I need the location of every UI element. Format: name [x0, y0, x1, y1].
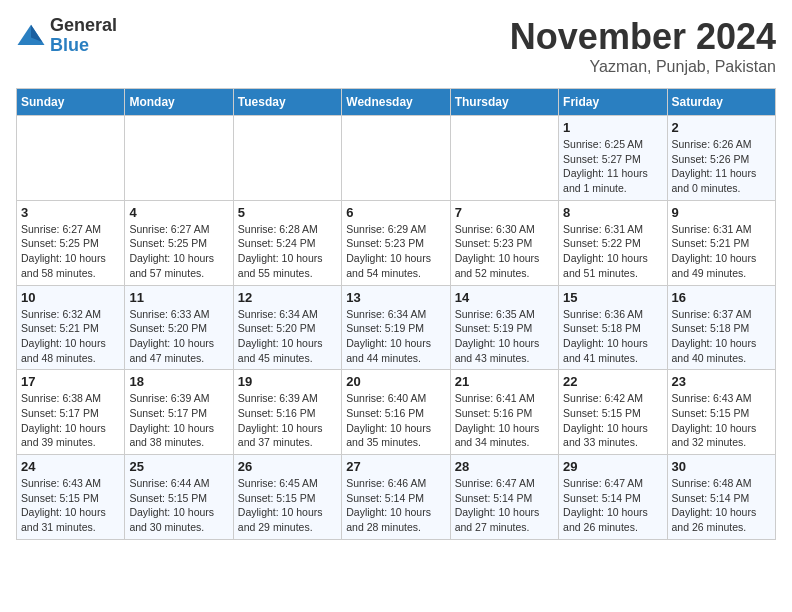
day-header-friday: Friday: [559, 89, 667, 116]
calendar-cell: 1Sunrise: 6:25 AM Sunset: 5:27 PM Daylig…: [559, 116, 667, 201]
day-number: 9: [672, 205, 771, 220]
day-number: 29: [563, 459, 662, 474]
calendar-cell: 30Sunrise: 6:48 AM Sunset: 5:14 PM Dayli…: [667, 455, 775, 540]
calendar-cell: 11Sunrise: 6:33 AM Sunset: 5:20 PM Dayli…: [125, 285, 233, 370]
calendar-cell: [450, 116, 558, 201]
day-number: 21: [455, 374, 554, 389]
day-number: 25: [129, 459, 228, 474]
day-info: Sunrise: 6:40 AM Sunset: 5:16 PM Dayligh…: [346, 391, 445, 450]
calendar-cell: [342, 116, 450, 201]
calendar-cell: [17, 116, 125, 201]
day-info: Sunrise: 6:26 AM Sunset: 5:26 PM Dayligh…: [672, 137, 771, 196]
calendar-cell: 29Sunrise: 6:47 AM Sunset: 5:14 PM Dayli…: [559, 455, 667, 540]
day-number: 10: [21, 290, 120, 305]
calendar-cell: 4Sunrise: 6:27 AM Sunset: 5:25 PM Daylig…: [125, 200, 233, 285]
day-number: 30: [672, 459, 771, 474]
day-info: Sunrise: 6:31 AM Sunset: 5:21 PM Dayligh…: [672, 222, 771, 281]
day-number: 19: [238, 374, 337, 389]
calendar-cell: [233, 116, 341, 201]
day-number: 5: [238, 205, 337, 220]
logo-icon: [16, 21, 46, 51]
day-number: 15: [563, 290, 662, 305]
calendar-cell: 17Sunrise: 6:38 AM Sunset: 5:17 PM Dayli…: [17, 370, 125, 455]
day-header-sunday: Sunday: [17, 89, 125, 116]
logo-general: General: [50, 16, 117, 36]
day-number: 24: [21, 459, 120, 474]
day-info: Sunrise: 6:27 AM Sunset: 5:25 PM Dayligh…: [129, 222, 228, 281]
day-number: 8: [563, 205, 662, 220]
day-info: Sunrise: 6:46 AM Sunset: 5:14 PM Dayligh…: [346, 476, 445, 535]
day-info: Sunrise: 6:33 AM Sunset: 5:20 PM Dayligh…: [129, 307, 228, 366]
day-number: 17: [21, 374, 120, 389]
day-info: Sunrise: 6:39 AM Sunset: 5:17 PM Dayligh…: [129, 391, 228, 450]
day-info: Sunrise: 6:45 AM Sunset: 5:15 PM Dayligh…: [238, 476, 337, 535]
day-info: Sunrise: 6:43 AM Sunset: 5:15 PM Dayligh…: [672, 391, 771, 450]
calendar-cell: 9Sunrise: 6:31 AM Sunset: 5:21 PM Daylig…: [667, 200, 775, 285]
day-header-wednesday: Wednesday: [342, 89, 450, 116]
day-info: Sunrise: 6:37 AM Sunset: 5:18 PM Dayligh…: [672, 307, 771, 366]
day-info: Sunrise: 6:48 AM Sunset: 5:14 PM Dayligh…: [672, 476, 771, 535]
calendar-cell: 14Sunrise: 6:35 AM Sunset: 5:19 PM Dayli…: [450, 285, 558, 370]
day-info: Sunrise: 6:29 AM Sunset: 5:23 PM Dayligh…: [346, 222, 445, 281]
calendar-cell: 2Sunrise: 6:26 AM Sunset: 5:26 PM Daylig…: [667, 116, 775, 201]
calendar-cell: 24Sunrise: 6:43 AM Sunset: 5:15 PM Dayli…: [17, 455, 125, 540]
calendar-cell: 10Sunrise: 6:32 AM Sunset: 5:21 PM Dayli…: [17, 285, 125, 370]
calendar-cell: 20Sunrise: 6:40 AM Sunset: 5:16 PM Dayli…: [342, 370, 450, 455]
calendar-cell: [125, 116, 233, 201]
day-header-thursday: Thursday: [450, 89, 558, 116]
day-number: 6: [346, 205, 445, 220]
logo-text: General Blue: [50, 16, 117, 56]
calendar-cell: 8Sunrise: 6:31 AM Sunset: 5:22 PM Daylig…: [559, 200, 667, 285]
calendar-cell: 28Sunrise: 6:47 AM Sunset: 5:14 PM Dayli…: [450, 455, 558, 540]
day-number: 18: [129, 374, 228, 389]
title-block: November 2024 Yazman, Punjab, Pakistan: [510, 16, 776, 76]
calendar-cell: 16Sunrise: 6:37 AM Sunset: 5:18 PM Dayli…: [667, 285, 775, 370]
day-info: Sunrise: 6:38 AM Sunset: 5:17 PM Dayligh…: [21, 391, 120, 450]
logo: General Blue: [16, 16, 117, 56]
calendar-cell: 25Sunrise: 6:44 AM Sunset: 5:15 PM Dayli…: [125, 455, 233, 540]
calendar-cell: 13Sunrise: 6:34 AM Sunset: 5:19 PM Dayli…: [342, 285, 450, 370]
calendar-cell: 12Sunrise: 6:34 AM Sunset: 5:20 PM Dayli…: [233, 285, 341, 370]
calendar-cell: 3Sunrise: 6:27 AM Sunset: 5:25 PM Daylig…: [17, 200, 125, 285]
calendar-cell: 19Sunrise: 6:39 AM Sunset: 5:16 PM Dayli…: [233, 370, 341, 455]
day-info: Sunrise: 6:31 AM Sunset: 5:22 PM Dayligh…: [563, 222, 662, 281]
day-info: Sunrise: 6:35 AM Sunset: 5:19 PM Dayligh…: [455, 307, 554, 366]
calendar-cell: 7Sunrise: 6:30 AM Sunset: 5:23 PM Daylig…: [450, 200, 558, 285]
day-info: Sunrise: 6:28 AM Sunset: 5:24 PM Dayligh…: [238, 222, 337, 281]
day-info: Sunrise: 6:27 AM Sunset: 5:25 PM Dayligh…: [21, 222, 120, 281]
day-number: 11: [129, 290, 228, 305]
day-info: Sunrise: 6:39 AM Sunset: 5:16 PM Dayligh…: [238, 391, 337, 450]
day-number: 16: [672, 290, 771, 305]
day-number: 12: [238, 290, 337, 305]
calendar-cell: 23Sunrise: 6:43 AM Sunset: 5:15 PM Dayli…: [667, 370, 775, 455]
logo-blue: Blue: [50, 36, 117, 56]
day-number: 7: [455, 205, 554, 220]
calendar-table: SundayMondayTuesdayWednesdayThursdayFrid…: [16, 88, 776, 540]
calendar-week-2: 3Sunrise: 6:27 AM Sunset: 5:25 PM Daylig…: [17, 200, 776, 285]
day-info: Sunrise: 6:47 AM Sunset: 5:14 PM Dayligh…: [455, 476, 554, 535]
location: Yazman, Punjab, Pakistan: [510, 58, 776, 76]
day-header-monday: Monday: [125, 89, 233, 116]
day-number: 4: [129, 205, 228, 220]
day-number: 1: [563, 120, 662, 135]
month-title: November 2024: [510, 16, 776, 58]
day-number: 22: [563, 374, 662, 389]
calendar-cell: 5Sunrise: 6:28 AM Sunset: 5:24 PM Daylig…: [233, 200, 341, 285]
day-number: 13: [346, 290, 445, 305]
day-header-saturday: Saturday: [667, 89, 775, 116]
day-number: 20: [346, 374, 445, 389]
day-info: Sunrise: 6:34 AM Sunset: 5:19 PM Dayligh…: [346, 307, 445, 366]
calendar-cell: 22Sunrise: 6:42 AM Sunset: 5:15 PM Dayli…: [559, 370, 667, 455]
day-info: Sunrise: 6:32 AM Sunset: 5:21 PM Dayligh…: [21, 307, 120, 366]
calendar-week-3: 10Sunrise: 6:32 AM Sunset: 5:21 PM Dayli…: [17, 285, 776, 370]
calendar-cell: 6Sunrise: 6:29 AM Sunset: 5:23 PM Daylig…: [342, 200, 450, 285]
day-info: Sunrise: 6:47 AM Sunset: 5:14 PM Dayligh…: [563, 476, 662, 535]
day-info: Sunrise: 6:25 AM Sunset: 5:27 PM Dayligh…: [563, 137, 662, 196]
day-info: Sunrise: 6:36 AM Sunset: 5:18 PM Dayligh…: [563, 307, 662, 366]
calendar-week-1: 1Sunrise: 6:25 AM Sunset: 5:27 PM Daylig…: [17, 116, 776, 201]
calendar-cell: 15Sunrise: 6:36 AM Sunset: 5:18 PM Dayli…: [559, 285, 667, 370]
calendar-cell: 26Sunrise: 6:45 AM Sunset: 5:15 PM Dayli…: [233, 455, 341, 540]
day-info: Sunrise: 6:30 AM Sunset: 5:23 PM Dayligh…: [455, 222, 554, 281]
day-number: 26: [238, 459, 337, 474]
calendar-week-4: 17Sunrise: 6:38 AM Sunset: 5:17 PM Dayli…: [17, 370, 776, 455]
